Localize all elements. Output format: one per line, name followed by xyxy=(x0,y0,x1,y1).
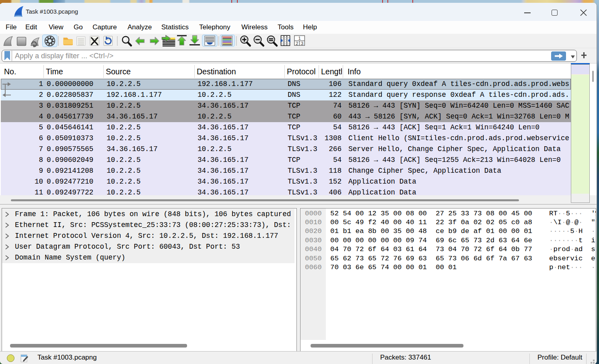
svg-text:2: 2 xyxy=(296,41,298,46)
svg-text:3: 3 xyxy=(301,41,303,46)
svg-text:1: 1 xyxy=(298,36,301,41)
